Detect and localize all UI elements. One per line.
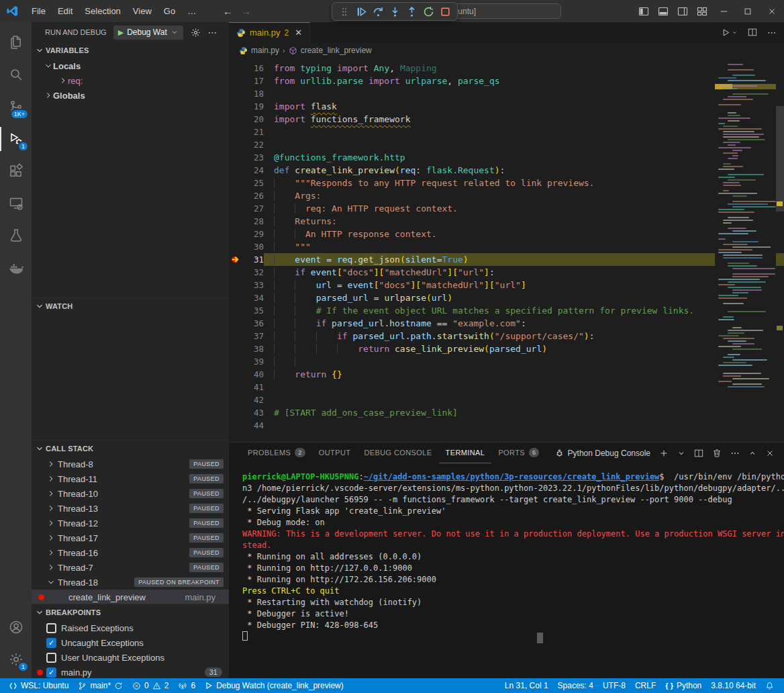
close-icon[interactable] — [765, 449, 775, 458]
gutter-margin[interactable] — [229, 240, 244, 253]
line-number[interactable]: 25 — [244, 177, 264, 189]
editor-scrollbar[interactable] — [776, 58, 784, 442]
code-line[interactable]: 27 req: An HTTP request context. — [229, 202, 784, 215]
more-actions-icon[interactable]: ⋯ — [208, 28, 217, 38]
status-item-broadcast[interactable]: 6 — [173, 678, 200, 693]
breakpoint-row[interactable]: Raised Exceptions — [32, 620, 229, 635]
activity-accounts[interactable] — [0, 611, 32, 643]
line-number[interactable]: 24 — [244, 164, 264, 177]
gutter-margin[interactable] — [229, 368, 244, 381]
breakpoint-checkbox[interactable] — [46, 653, 56, 663]
line-number[interactable]: 34 — [244, 291, 264, 304]
split-editor-icon[interactable] — [748, 28, 757, 37]
activity-run-and-debug[interactable]: 1 — [0, 123, 32, 155]
status-item[interactable]: Spaces: 4 — [553, 678, 598, 693]
thread-row[interactable]: Thread-8PAUSED — [32, 457, 229, 471]
menu-selection[interactable]: Selection — [79, 0, 126, 22]
gutter-margin[interactable] — [229, 381, 244, 394]
line-number[interactable]: 29 — [244, 228, 264, 240]
breakpoint-row[interactable]: User Uncaught Exceptions — [32, 650, 229, 665]
status-item-debug-alt[interactable]: Debug Watch (create_link_preview) — [200, 678, 348, 693]
gutter-margin[interactable] — [229, 228, 244, 240]
line-number[interactable]: 27 — [244, 202, 264, 215]
code-line[interactable]: 20import functions_framework — [229, 113, 784, 126]
panel-tab-debug-console[interactable]: DEBUG CONSOLE — [357, 443, 438, 463]
gutter-margin[interactable] — [229, 113, 244, 126]
line-number[interactable]: 41 — [244, 381, 264, 394]
panel-tab-terminal[interactable]: TERMINAL — [439, 443, 492, 463]
breakpoint-checkbox[interactable]: ✓ — [46, 638, 56, 648]
drag-grip-icon[interactable] — [337, 4, 352, 19]
status-item[interactable]: Ln 31, Col 1 — [500, 678, 553, 693]
stop-icon[interactable] — [438, 4, 452, 19]
variables-row[interactable]: req: — [32, 73, 229, 88]
status-item[interactable]: UTF-8 — [598, 678, 630, 693]
tab-main-py[interactable]: main.py 2 ✕ — [229, 22, 310, 42]
code-line[interactable]: 43# [START add_ons_case_preview_link] — [229, 406, 784, 419]
gutter-margin[interactable] — [229, 100, 244, 113]
debug-config-dropdown[interactable]: ▶ Debug Wat — [113, 26, 183, 40]
breakpoint-row[interactable]: ✓main.py31 — [32, 665, 229, 678]
code-line[interactable]: 37 if parsed_url.path.startswith("/suppo… — [229, 330, 784, 342]
line-number[interactable]: 33 — [244, 279, 264, 291]
line-number[interactable]: 30 — [244, 240, 264, 253]
line-number[interactable]: 35 — [244, 304, 264, 317]
menu-edit[interactable]: Edit — [52, 0, 79, 22]
status-item-branch[interactable]: main* — [73, 678, 128, 693]
status-item[interactable]: 3.8.10 64-bit — [706, 678, 761, 693]
line-number[interactable]: 23 — [244, 151, 264, 164]
line-number[interactable]: 16 — [244, 62, 264, 75]
variables-row[interactable]: Locals — [32, 58, 229, 73]
gutter-margin[interactable] — [229, 355, 244, 368]
gutter-margin[interactable] — [229, 189, 244, 202]
code-line[interactable]: 32 if event["docs"]["matchedUrl"]["url"]… — [229, 266, 784, 279]
code-line[interactable]: 29 An HTTP response context. — [229, 228, 784, 240]
run-python-file-icon[interactable] — [722, 28, 738, 37]
line-number[interactable]: 31 — [244, 253, 264, 266]
variables-section-header[interactable]: VARIABLES — [32, 42, 229, 58]
restart-icon[interactable] — [421, 4, 436, 19]
code-line[interactable]: 35 # If the event object URL matches a s… — [229, 304, 784, 317]
code-line[interactable]: 17from urllib.parse import urlparse, par… — [229, 75, 784, 87]
menu-go[interactable]: Go — [158, 0, 181, 22]
code-line[interactable]: 24def create_link_preview(req: flask.Req… — [229, 164, 784, 177]
code-line[interactable]: 16from typing import Any, Mapping — [229, 62, 784, 75]
gutter-margin[interactable] — [229, 317, 244, 330]
add-icon[interactable] — [659, 449, 669, 458]
thread-row[interactable]: Thread-12PAUSED — [32, 516, 229, 530]
menu-view[interactable]: View — [127, 0, 158, 22]
terminal-session[interactable]: Python Debug Console — [554, 448, 650, 458]
line-number[interactable]: 21 — [244, 126, 264, 138]
code-line[interactable]: 41 — [229, 381, 784, 394]
code-line[interactable]: 39 — [229, 355, 784, 368]
chevron-down-icon[interactable] — [677, 449, 685, 457]
trash-icon[interactable] — [712, 448, 722, 458]
line-number[interactable]: 43 — [244, 406, 264, 419]
step-over-icon[interactable] — [371, 4, 385, 19]
panel-left-toggle-icon[interactable] — [634, 0, 653, 22]
line-number[interactable]: 26 — [244, 189, 264, 202]
breakpoint-row[interactable]: ✓Uncaught Exceptions — [32, 635, 229, 650]
back-arrow-icon[interactable]: ← — [223, 5, 233, 17]
code-line[interactable]: 44 — [229, 419, 784, 432]
menu-more[interactable]: … — [181, 0, 202, 22]
code-line[interactable]: 18 — [229, 87, 784, 100]
code-line[interactable]: 26 Args: — [229, 189, 784, 202]
line-number[interactable]: 18 — [244, 87, 264, 100]
gutter-margin[interactable] — [229, 304, 244, 317]
thread-row[interactable]: Thread-18PAUSED ON BREAKPOINT — [32, 575, 229, 590]
gutter-margin[interactable] — [229, 279, 244, 291]
panel-tab-output[interactable]: OUTPUT — [312, 443, 358, 463]
code-line[interactable]: 40 return {} — [229, 368, 784, 381]
code-editor[interactable]: 16from typing import Any, Mapping17from … — [229, 58, 784, 442]
gutter-margin[interactable] — [229, 126, 244, 138]
line-number[interactable]: 37 — [244, 330, 264, 342]
line-number[interactable]: 20 — [244, 113, 264, 126]
minimap[interactable] — [715, 58, 776, 442]
code-line[interactable]: 36 if parsed_url.hostname == "example.co… — [229, 317, 784, 330]
thread-row[interactable]: Thread-16PAUSED — [32, 545, 229, 560]
gutter-margin[interactable] — [229, 419, 244, 432]
code-line[interactable]: 38 return case_link_preview(parsed_url) — [229, 342, 784, 355]
activity-testing[interactable] — [0, 220, 32, 252]
activity-search[interactable] — [0, 58, 32, 91]
